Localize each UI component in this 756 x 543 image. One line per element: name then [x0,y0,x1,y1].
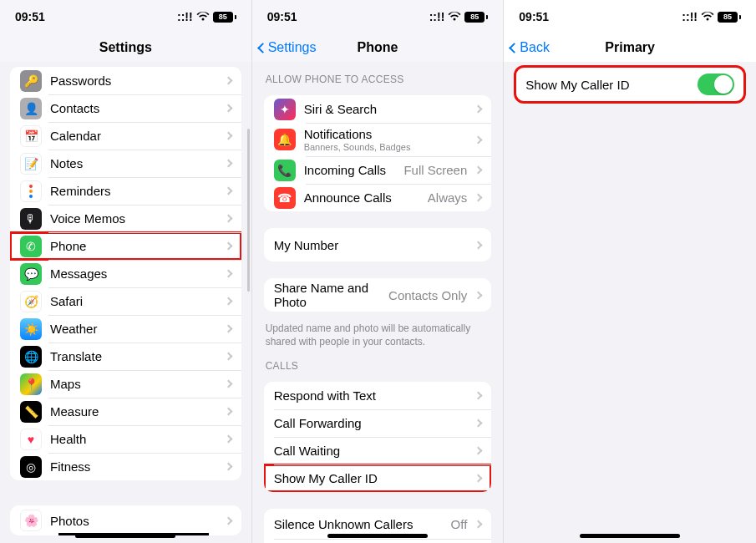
settings-row-voice-memos[interactable]: 🎙Voice Memos [10,205,241,232]
page-title: Phone [358,40,398,55]
row-label: Notes [50,156,217,170]
measure-icon: 📏 [20,401,42,423]
health-icon: ♥ [20,429,42,450]
chevron-right-icon [224,187,232,195]
calls-row-respond[interactable]: Respond with Text [264,382,492,409]
chevron-right-icon [474,105,483,114]
wifi-icon [196,12,210,22]
calls-row-forwarding[interactable]: Call Forwarding [264,409,492,437]
contacts-icon: 👤 [20,98,42,119]
settings-row-measure[interactable]: 📏Measure [10,398,241,425]
settings-row-fitness[interactable]: ◎Fitness [10,453,241,480]
reminders-icon [20,180,42,202]
settings-row-weather[interactable]: ☀️Weather [10,315,241,343]
settings-row-passwords[interactable]: 🔑Passwords [10,67,241,94]
navbar: Settings Phone [252,33,504,62]
settings-row-safari[interactable]: 🧭Safari [10,287,241,315]
chevron-right-icon [224,132,232,140]
row-label: Measure [50,404,217,419]
page-title: Primary [605,40,655,55]
chevron-right-icon [474,392,483,400]
access-group: ✦Siri & Search🔔NotificationsBanners, Sou… [264,95,492,211]
row-label: Contacts [50,101,217,115]
settings-row-maps[interactable]: 📍Maps [10,370,241,398]
chevron-right-icon [224,104,232,113]
chevron-right-icon [224,325,232,333]
caller-id-group: Show My Caller ID [515,67,744,102]
phone-row-siri[interactable]: ✦Siri & Search [264,95,492,123]
chevron-right-icon [224,297,232,306]
page-title: Settings [99,40,152,55]
status-time: 09:51 [15,10,45,23]
row-label: Weather [50,322,217,336]
chevron-right-icon [224,270,232,278]
calls-row-waiting[interactable]: Call Waiting [264,437,492,464]
phone-settings-screen: 09:51 ::!! 85 Settings Phone ALLOW PHONE… [252,0,505,543]
caller-id-toggle[interactable] [698,74,734,95]
back-button[interactable]: Back [510,40,550,55]
wifi-icon [701,12,714,22]
share-footer: Updated name and photo will be automatic… [252,317,504,352]
settings-row-messages[interactable]: 💬Messages [10,260,241,287]
row-label: Calendar [50,129,217,143]
announce-icon: ☎ [274,187,296,209]
home-indicator[interactable] [75,534,175,538]
show-caller-id-row[interactable]: Show My Caller ID [515,67,744,102]
chevron-right-icon [224,380,232,388]
settings-row-phone[interactable]: ✆Phone [10,232,241,260]
row-label: Messages [50,266,217,281]
settings-row-reminders[interactable]: Reminders [10,177,241,205]
navbar: Back Primary [504,33,756,62]
weather-icon: ☀️ [20,318,42,340]
chevron-right-icon [474,291,483,299]
chevron-right-icon [224,77,232,85]
back-button[interactable]: Settings [259,40,317,55]
chevron-left-icon [509,43,520,53]
home-indicator[interactable] [580,534,680,538]
safari-icon: 🧭 [20,291,42,312]
battery-icon: 85 [718,12,741,23]
maps-icon: 📍 [20,373,42,395]
settings-row-photos[interactable]: 🌸 Photos [10,505,241,535]
phone-row-announce[interactable]: ☎Announce CallsAlways [264,184,492,211]
row-label: Fitness [50,459,217,474]
cellular-icon: ::!! [429,10,445,23]
calls-row-callerid[interactable]: Show My Caller ID [264,464,492,492]
status-bar: 09:51 ::!! 85 [504,0,756,33]
settings-row-calendar[interactable]: 📅Calendar [10,122,241,150]
wifi-icon [448,12,461,22]
scrollbar-indicator[interactable] [247,129,250,292]
row-label: Safari [50,294,217,308]
home-indicator[interactable] [327,534,428,538]
fitness-icon: ◎ [20,456,42,478]
status-time: 09:51 [267,10,297,23]
settings-row-translate[interactable]: 🌐Translate [10,343,241,370]
status-bar: 09:51 ::!! 85 [0,0,251,33]
chevron-right-icon [224,516,232,525]
chevron-right-icon [224,160,232,168]
phone-row-incoming[interactable]: 📞Incoming CallsFull Screen [264,156,492,184]
notifications-icon: 🔔 [274,129,296,150]
status-time: 09:51 [519,10,549,23]
siri-icon: ✦ [274,99,296,120]
row-label: Voice Memos [50,211,217,226]
my-number-group: My Number [264,228,492,261]
battery-icon: 85 [464,12,488,23]
call-blocking-row[interactable]: Call Blocking & Identification [264,539,492,543]
chevron-right-icon [474,419,483,428]
row-label: Translate [50,349,217,363]
phone-row-notifications[interactable]: 🔔NotificationsBanners, Sounds, Badges [264,123,492,156]
chevron-right-icon [224,435,232,444]
chevron-right-icon [474,474,483,483]
settings-row-health[interactable]: ♥Health [10,425,241,453]
row-label: Health [50,432,217,446]
share-name-photo-row[interactable]: Share Name and Photo Contacts Only [264,278,492,312]
incoming-icon: 📞 [274,160,296,181]
chevron-right-icon [224,353,232,361]
section-header-calls: CALLS [252,352,504,377]
settings-row-notes[interactable]: 📝Notes [10,150,241,177]
my-number-row[interactable]: My Number [264,228,492,261]
chevron-right-icon [474,135,483,144]
chevron-right-icon [474,194,483,202]
settings-row-contacts[interactable]: 👤Contacts [10,94,241,122]
